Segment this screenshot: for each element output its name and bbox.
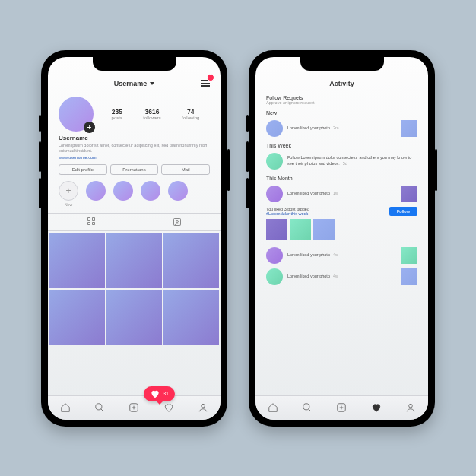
svg-point-4 [202, 404, 205, 408]
search-icon[interactable] [94, 402, 105, 413]
activity-row[interactable]: Lorem liked your photo2m [255, 118, 428, 139]
promotions-button[interactable]: Promotions [110, 164, 159, 175]
avatar [266, 268, 283, 285]
bottom-nav: 31 [48, 395, 221, 420]
post-thumb[interactable] [401, 247, 417, 264]
post-tile[interactable] [163, 290, 219, 345]
add-icon[interactable] [336, 402, 347, 413]
stat-following[interactable]: 74 following [182, 108, 199, 120]
avatar [266, 153, 283, 170]
profile-header: Username 3 [48, 75, 221, 92]
chevron-down-icon[interactable] [150, 82, 154, 85]
svg-point-2 [96, 404, 102, 410]
profile-avatar[interactable]: + [59, 97, 94, 132]
notification-badge[interactable]: 3 [207, 74, 214, 81]
post-thumb[interactable] [401, 268, 417, 285]
activity-row[interactable]: Lorem liked your photo4w [255, 245, 428, 266]
add-icon[interactable] [129, 402, 139, 413]
like-popup: 31 [144, 386, 175, 401]
home-icon[interactable] [268, 402, 278, 413]
post-tile[interactable] [49, 290, 105, 345]
person-square-icon [173, 217, 182, 227]
bio-description: Lorem ipsum dolor sit amet, consectetur … [59, 143, 210, 154]
highlight-item[interactable] [113, 181, 133, 207]
post-tile[interactable] [49, 233, 105, 288]
post-thumb[interactable] [401, 120, 417, 137]
follow-requests[interactable]: Follow Requets Approve or ignore request [255, 92, 428, 106]
profile-title[interactable]: Username [114, 80, 148, 87]
phone-profile: Username 3 + 235 posts 3616 followers [41, 50, 227, 427]
heart-icon[interactable] [371, 402, 382, 413]
stat-posts[interactable]: 235 posts [112, 108, 122, 120]
tab-tagged[interactable] [135, 214, 221, 230]
highlight-item[interactable] [86, 181, 106, 207]
post-thumb[interactable] [266, 219, 287, 240]
profile-icon[interactable] [405, 402, 416, 413]
post-tile[interactable] [106, 290, 162, 345]
profile-icon[interactable] [198, 402, 208, 413]
post-tile[interactable] [106, 233, 162, 288]
highlight-item[interactable] [168, 181, 188, 207]
profile-stats: 235 posts 3616 followers 74 following [101, 97, 210, 132]
activity-header: Activity [255, 75, 428, 92]
section-week: This Week [255, 139, 428, 151]
heart-icon [150, 389, 160, 399]
follow-button[interactable]: Follow [389, 207, 417, 216]
search-icon[interactable] [302, 402, 313, 413]
activity-title: Activity [329, 80, 354, 87]
svg-point-1 [176, 220, 179, 222]
stat-followers[interactable]: 3616 followers [143, 108, 161, 120]
mail-button[interactable]: Mail [161, 164, 210, 175]
highlight-item[interactable] [141, 181, 160, 207]
grid-icon [87, 217, 96, 226]
section-month: This Month [255, 172, 428, 183]
activity-row[interactable]: Lorem liked your photo1w [255, 183, 428, 205]
section-new: New [255, 106, 428, 118]
phone-activity: Activity Follow Requets Approve or ignor… [249, 50, 435, 427]
avatar [266, 120, 283, 137]
post-tile[interactable] [163, 233, 219, 288]
bio-link[interactable]: www.username.com [59, 155, 210, 160]
tagged-block: You liked 3 post tagged #Loremdolor this… [255, 205, 428, 245]
highlight-new[interactable]: + New [59, 181, 78, 207]
avatar [266, 186, 283, 202]
tab-grid[interactable] [48, 214, 135, 230]
bottom-nav [255, 395, 428, 420]
post-thumb[interactable] [401, 186, 417, 202]
bio-username: Username [59, 135, 210, 141]
svg-point-5 [303, 404, 309, 410]
post-thumb[interactable] [313, 219, 335, 240]
avatar [266, 247, 283, 264]
edit-profile-button[interactable]: Edit profile [59, 164, 107, 175]
heart-icon[interactable] [163, 402, 174, 413]
add-story-icon[interactable]: + [84, 122, 95, 133]
svg-rect-0 [174, 218, 181, 225]
activity-row[interactable]: Lorem liked your photo4w [255, 266, 428, 287]
post-thumb[interactable] [290, 219, 311, 240]
home-icon[interactable] [60, 402, 71, 413]
svg-point-7 [409, 404, 413, 408]
menu-icon[interactable] [201, 80, 210, 87]
post-grid [48, 231, 221, 345]
activity-row[interactable]: Follow Lorem ipsum dolor consectetur and… [255, 151, 428, 172]
